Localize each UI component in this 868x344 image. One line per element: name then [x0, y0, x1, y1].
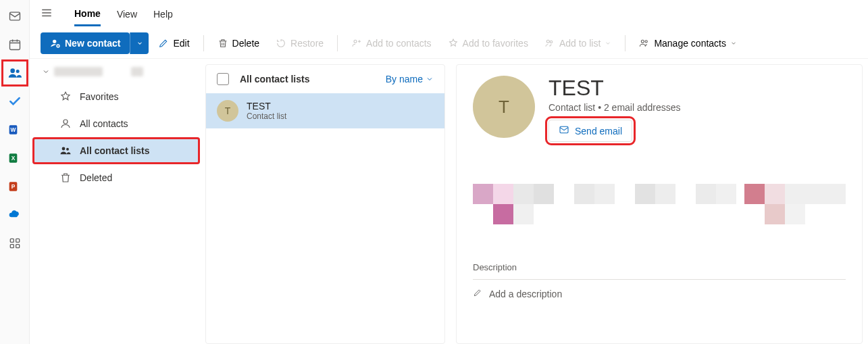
list-add-icon: [544, 38, 555, 49]
tab-bar: Home View Help: [30, 0, 868, 28]
svg-point-16: [354, 40, 357, 43]
add-to-contacts-label: Add to contacts: [366, 38, 432, 49]
avatar: T: [217, 100, 238, 122]
trash-icon: [218, 38, 228, 49]
new-contact-dropdown[interactable]: [130, 32, 149, 54]
contact-list-column: All contact lists By name T TEST Contact…: [205, 64, 445, 344]
svg-rect-1: [9, 41, 20, 49]
svg-point-17: [546, 40, 549, 43]
folder-all-contacts[interactable]: All contacts: [32, 110, 200, 137]
pencil-icon: [158, 38, 169, 49]
svg-rect-12: [10, 245, 14, 248]
avatar: T: [473, 76, 535, 138]
svg-rect-24: [560, 126, 568, 132]
svg-text:P: P: [11, 183, 15, 190]
detail-subtitle: Contact list • 2 email addresses: [548, 102, 681, 113]
svg-point-20: [645, 41, 647, 43]
svg-point-22: [62, 147, 66, 151]
description-placeholder: Add a description: [489, 289, 562, 299]
sort-label: By name: [386, 74, 423, 84]
mail-icon: [559, 124, 569, 137]
send-email-button[interactable]: Send email: [548, 120, 632, 142]
redacted-members: [744, 184, 846, 204]
restore-label: Restore: [290, 38, 324, 49]
folder-nav: Favorites All contacts All contact lists: [30, 59, 203, 344]
svg-text:W: W: [10, 126, 16, 133]
word-icon[interactable]: W: [7, 122, 23, 138]
svg-point-2: [10, 68, 15, 73]
svg-rect-13: [16, 245, 19, 248]
redacted-account-badge: [131, 67, 143, 76]
manage-contacts-button[interactable]: Manage contacts: [632, 32, 744, 54]
redacted-members: [473, 184, 736, 204]
select-all-checkbox[interactable]: [217, 73, 229, 85]
svg-point-21: [63, 120, 68, 124]
new-contact-label: New contact: [65, 38, 120, 49]
redacted-members: [473, 204, 736, 224]
folder-favorites-label: Favorites: [80, 91, 119, 102]
folder-all-contact-lists[interactable]: All contact lists: [32, 137, 200, 164]
list-header-title: All contact lists: [240, 74, 309, 84]
more-apps-icon[interactable]: [7, 235, 23, 251]
divider: [625, 35, 626, 51]
mail-icon[interactable]: [7, 8, 23, 24]
tab-view[interactable]: View: [117, 3, 137, 25]
svg-point-3: [16, 70, 19, 73]
folder-all-contacts-label: All contacts: [80, 118, 128, 129]
powerpoint-icon[interactable]: P: [7, 178, 23, 195]
detail-pane: T TEST Contact list • 2 email addresses …: [456, 64, 863, 344]
redacted-members: [744, 204, 846, 224]
hamburger-icon[interactable]: [41, 7, 53, 22]
delete-button[interactable]: Delete: [211, 32, 266, 54]
manage-icon: [639, 38, 650, 49]
folder-deleted-label: Deleted: [80, 172, 112, 183]
manage-contacts-label: Manage contacts: [654, 38, 726, 49]
folder-deleted[interactable]: Deleted: [32, 164, 200, 191]
tab-help[interactable]: Help: [153, 3, 173, 25]
person-add-icon: [50, 38, 61, 49]
add-to-favorites-button: Add to favorites: [441, 32, 535, 54]
onedrive-icon[interactable]: [7, 207, 23, 223]
people-icon: [59, 145, 72, 157]
delete-label: Delete: [232, 38, 259, 49]
pencil-icon: [473, 288, 482, 299]
person-icon: [59, 118, 72, 130]
excel-icon[interactable]: X: [7, 150, 23, 166]
svg-rect-11: [16, 239, 19, 242]
list-item-name: TEST: [247, 101, 286, 112]
calendar-icon[interactable]: [7, 36, 23, 53]
add-to-list-label: Add to list: [559, 38, 601, 49]
divider: [337, 35, 338, 51]
description-field[interactable]: Add a description: [473, 279, 846, 308]
folder-account-header[interactable]: [32, 64, 200, 83]
people-icon[interactable]: [7, 65, 23, 81]
trash-icon: [59, 172, 72, 184]
redacted-account-name: [54, 67, 103, 76]
sort-dropdown[interactable]: By name: [386, 74, 434, 84]
svg-text:X: X: [11, 155, 15, 162]
svg-point-19: [642, 40, 644, 43]
restore-button: Restore: [269, 32, 330, 54]
todo-icon[interactable]: [7, 93, 23, 109]
tab-home[interactable]: Home: [74, 3, 101, 26]
add-to-list-button: Add to list: [538, 32, 618, 54]
folder-favorites[interactable]: Favorites: [32, 83, 200, 110]
detail-title: TEST: [548, 76, 681, 101]
edit-label: Edit: [173, 38, 189, 49]
new-contact-button[interactable]: New contact: [41, 32, 130, 54]
svg-point-18: [550, 41, 552, 43]
folder-all-contact-lists-label: All contact lists: [80, 145, 149, 156]
svg-rect-10: [10, 239, 14, 242]
add-to-contacts-button: Add to contacts: [344, 32, 438, 54]
app-rail: W X P: [0, 0, 30, 344]
svg-rect-0: [9, 12, 20, 20]
description-label: Description: [473, 262, 846, 272]
list-item[interactable]: T TEST Contact list: [206, 93, 444, 128]
list-item-subtitle: Contact list: [247, 112, 286, 121]
star-add-icon: [448, 38, 459, 49]
add-contacts-icon: [351, 38, 362, 49]
edit-button[interactable]: Edit: [151, 32, 196, 54]
svg-point-23: [66, 148, 69, 151]
svg-point-14: [53, 40, 56, 43]
restore-icon: [276, 38, 286, 49]
